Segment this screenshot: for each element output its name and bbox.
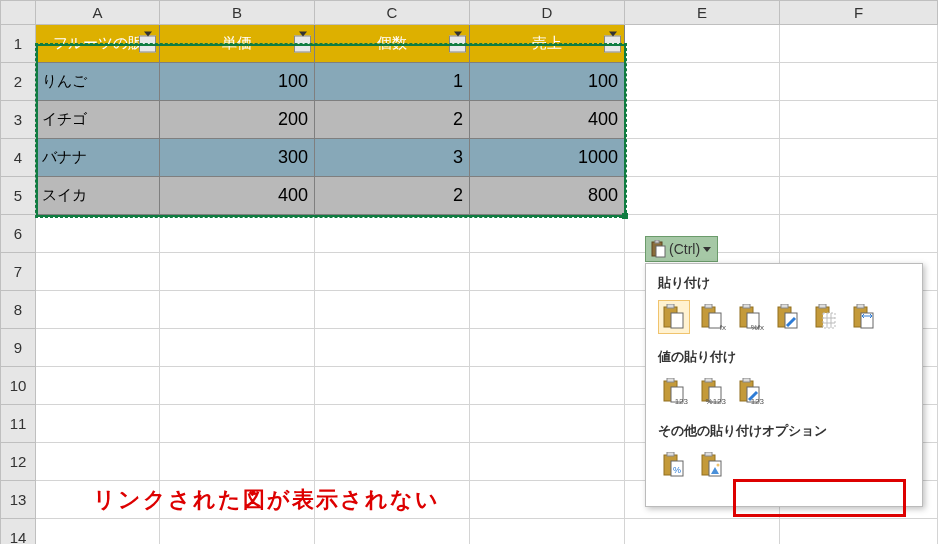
cell-a2[interactable]: りんご	[36, 63, 160, 101]
cell[interactable]	[315, 443, 470, 481]
paste-formulas-numfmt-icon[interactable]: %fx	[734, 300, 766, 334]
cell-a1[interactable]: フルーツの販	[36, 25, 160, 63]
row-header-11[interactable]: 11	[1, 405, 36, 443]
cell-e2[interactable]	[625, 63, 780, 101]
cell[interactable]	[36, 215, 160, 253]
row-header-13[interactable]: 13	[1, 481, 36, 519]
cell[interactable]	[780, 519, 938, 545]
cell-e4[interactable]	[625, 139, 780, 177]
cell-a4[interactable]: バナナ	[36, 139, 160, 177]
paste-options-button[interactable]: (Ctrl)	[645, 236, 718, 262]
cell-d1[interactable]: 売上	[470, 25, 625, 63]
row-header-8[interactable]: 8	[1, 291, 36, 329]
row-header-5[interactable]: 5	[1, 177, 36, 215]
col-header-a[interactable]: A	[36, 1, 160, 25]
paste-keep-colwidth-icon[interactable]	[848, 300, 880, 334]
col-header-b[interactable]: B	[160, 1, 315, 25]
cell[interactable]	[160, 519, 315, 545]
col-header-f[interactable]: F	[780, 1, 938, 25]
select-all-corner[interactable]	[1, 1, 36, 25]
cell-d2[interactable]: 100	[470, 63, 625, 101]
cell[interactable]	[160, 443, 315, 481]
cell[interactable]	[470, 519, 625, 545]
cell-c5[interactable]: 2	[315, 177, 470, 215]
row-header-10[interactable]: 10	[1, 367, 36, 405]
cell-c3[interactable]: 2	[315, 101, 470, 139]
cell[interactable]	[160, 253, 315, 291]
cell[interactable]	[160, 329, 315, 367]
paste-formulas-icon[interactable]: fx	[696, 300, 728, 334]
cell[interactable]	[36, 405, 160, 443]
cell[interactable]	[36, 443, 160, 481]
cell[interactable]	[470, 215, 625, 253]
cell[interactable]	[470, 253, 625, 291]
cell-c2[interactable]: 1	[315, 63, 470, 101]
paste-values-numfmt-icon[interactable]: %123	[696, 374, 728, 408]
cell[interactable]	[36, 253, 160, 291]
cell[interactable]	[315, 253, 470, 291]
cell[interactable]	[36, 367, 160, 405]
cell-e1[interactable]	[625, 25, 780, 63]
row-header-7[interactable]: 7	[1, 253, 36, 291]
cell[interactable]	[470, 481, 625, 519]
cell-a3[interactable]: イチゴ	[36, 101, 160, 139]
cell[interactable]	[470, 329, 625, 367]
cell-c4[interactable]: 3	[315, 139, 470, 177]
cell-b3[interactable]: 200	[160, 101, 315, 139]
paste-all-icon[interactable]	[658, 300, 690, 334]
cell[interactable]	[36, 291, 160, 329]
row-header-12[interactable]: 12	[1, 443, 36, 481]
cell-b1[interactable]: 単価	[160, 25, 315, 63]
cell[interactable]	[160, 367, 315, 405]
paste-values-sourcefmt-icon[interactable]: 123	[734, 374, 766, 408]
cell[interactable]	[160, 405, 315, 443]
paste-picture-icon[interactable]	[696, 448, 728, 482]
row-header-3[interactable]: 3	[1, 101, 36, 139]
cell-e5[interactable]	[625, 177, 780, 215]
cell-f4[interactable]	[780, 139, 938, 177]
col-header-c[interactable]: C	[315, 1, 470, 25]
cell-f5[interactable]	[780, 177, 938, 215]
cell-d4[interactable]: 1000	[470, 139, 625, 177]
col-header-d[interactable]: D	[470, 1, 625, 25]
cell-f2[interactable]	[780, 63, 938, 101]
paste-values-icon[interactable]: 123	[658, 374, 690, 408]
filter-icon[interactable]	[294, 35, 311, 52]
paste-no-borders-icon[interactable]	[810, 300, 842, 334]
cell[interactable]	[470, 405, 625, 443]
row-header-1[interactable]: 1	[1, 25, 36, 63]
cell-b5[interactable]: 400	[160, 177, 315, 215]
cell-d5[interactable]: 800	[470, 177, 625, 215]
cell-f1[interactable]	[780, 25, 938, 63]
filter-icon[interactable]	[139, 35, 156, 52]
cell-d3[interactable]: 400	[470, 101, 625, 139]
cell[interactable]	[315, 367, 470, 405]
filter-icon[interactable]	[604, 35, 621, 52]
row-header-14[interactable]: 14	[1, 519, 36, 545]
cell-b4[interactable]: 300	[160, 139, 315, 177]
cell[interactable]	[36, 329, 160, 367]
row-header-9[interactable]: 9	[1, 329, 36, 367]
paste-keep-source-fmt-icon[interactable]	[772, 300, 804, 334]
row-header-6[interactable]: 6	[1, 215, 36, 253]
cell[interactable]	[315, 405, 470, 443]
cell[interactable]	[470, 291, 625, 329]
row-header-2[interactable]: 2	[1, 63, 36, 101]
paste-formatting-icon[interactable]: %	[658, 448, 690, 482]
row-header-4[interactable]: 4	[1, 139, 36, 177]
cell[interactable]	[160, 215, 315, 253]
cell[interactable]	[315, 291, 470, 329]
cell-b2[interactable]: 100	[160, 63, 315, 101]
cell[interactable]	[315, 519, 470, 545]
cell[interactable]	[160, 291, 315, 329]
cell[interactable]	[780, 215, 938, 253]
cell[interactable]	[36, 519, 160, 545]
filter-icon[interactable]	[449, 35, 466, 52]
cell-e3[interactable]	[625, 101, 780, 139]
cell[interactable]	[470, 443, 625, 481]
cell-f3[interactable]	[780, 101, 938, 139]
cell[interactable]	[315, 329, 470, 367]
cell[interactable]	[315, 215, 470, 253]
cell-a5[interactable]: スイカ	[36, 177, 160, 215]
col-header-e[interactable]: E	[625, 1, 780, 25]
